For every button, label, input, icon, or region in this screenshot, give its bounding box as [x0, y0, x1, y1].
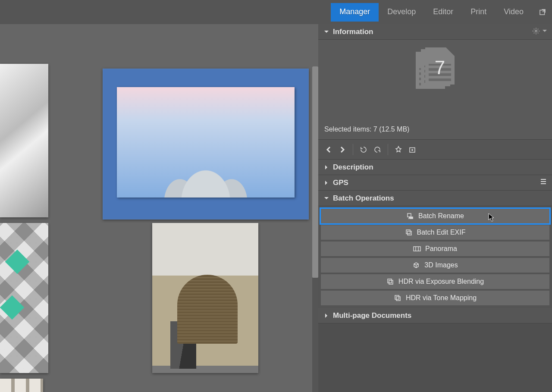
external-window-icon[interactable]: [538, 8, 547, 16]
rotate-ccw-icon[interactable]: [358, 144, 370, 156]
svg-point-12: [535, 30, 537, 32]
batch-edit-exif-button[interactable]: Batch Edit EXIF: [321, 225, 549, 240]
layers-icon: [394, 294, 401, 302]
tab-print[interactable]: Print: [462, 3, 495, 22]
prev-icon[interactable]: [323, 144, 335, 156]
section-batch-header[interactable]: Batch Operations: [318, 191, 552, 206]
exif-icon: [405, 229, 413, 236]
thumbnail-image: [117, 87, 295, 198]
chevron-right-icon: [324, 181, 329, 185]
batch-item-label: Batch Edit EXIF: [417, 229, 466, 236]
thumbnail-item[interactable]: [0, 223, 48, 373]
rename-icon: ABI: [406, 212, 414, 220]
svg-rect-18: [414, 247, 420, 251]
section-multipage-label: Multi-page Documents: [333, 311, 411, 320]
panorama-button[interactable]: Panorama: [321, 241, 549, 256]
section-description-header[interactable]: Description: [318, 160, 552, 175]
batch-operations-list: ABI Batch Rename Batch Edit EXIF Panoram…: [318, 206, 552, 308]
chevron-down-icon[interactable]: [543, 29, 547, 33]
thumbnail-item[interactable]: [0, 379, 43, 392]
batch-item-label: 3D Images: [424, 261, 458, 269]
hdr-exposure-button[interactable]: HDR via Exposure Blending: [321, 274, 549, 289]
panorama-icon: [413, 245, 421, 253]
section-information-label: Information: [333, 28, 373, 36]
chevron-down-icon: [324, 30, 329, 34]
batch-item-label: Batch Rename: [418, 212, 464, 220]
batch-item-label: HDR via Tone Mapping: [406, 294, 477, 302]
top-nav: Manager Develop Editor Print Video: [0, 0, 552, 24]
layers-icon: [386, 278, 394, 285]
scrollbar-vertical[interactable]: [312, 66, 318, 392]
cube-icon: [412, 261, 420, 269]
information-body: 7 Selected items: 7 (12.5 MB): [318, 40, 552, 140]
thumbnail-item[interactable]: [152, 223, 258, 373]
svg-rect-17: [408, 231, 411, 235]
scrollbar-thumb[interactable]: [312, 66, 318, 278]
section-description-label: Description: [333, 163, 373, 172]
gear-icon[interactable]: [532, 27, 540, 35]
thumbnail-item[interactable]: [0, 64, 48, 217]
svg-rect-22: [396, 297, 400, 301]
hdr-tonemapping-button[interactable]: HDR via Tone Mapping: [321, 291, 549, 305]
section-information-header[interactable]: Information: [318, 24, 552, 40]
section-multipage-header[interactable]: Multi-page Documents: [318, 308, 552, 323]
svg-rect-16: [406, 230, 410, 234]
thumbnail-item-selected[interactable]: [103, 69, 309, 220]
thumbnail-browser[interactable]: [0, 24, 318, 392]
right-panel: Information 7 Selected items: 7 (12.5 MB…: [318, 24, 552, 392]
menu-icon[interactable]: [540, 178, 547, 185]
chevron-down-icon: [324, 196, 329, 201]
section-batch-label: Batch Operations: [333, 194, 394, 203]
tab-editor[interactable]: Editor: [424, 3, 462, 22]
3d-images-button[interactable]: 3D Images: [321, 258, 549, 273]
tab-video[interactable]: Video: [495, 3, 532, 22]
chevron-right-icon: [324, 314, 329, 318]
section-gps-header[interactable]: GPS: [318, 175, 552, 191]
batch-item-label: Panorama: [425, 245, 457, 253]
svg-rect-21: [395, 295, 399, 299]
pin-icon[interactable]: [392, 144, 405, 156]
add-image-icon[interactable]: [406, 144, 418, 156]
section-gps-label: GPS: [333, 179, 348, 187]
tab-manager[interactable]: Manager: [331, 3, 379, 22]
rotate-cw-icon[interactable]: [371, 144, 383, 156]
svg-text:ABI: ABI: [409, 216, 413, 219]
batch-rename-button[interactable]: ABI Batch Rename: [321, 209, 549, 223]
tab-develop[interactable]: Develop: [379, 3, 424, 22]
batch-item-label: HDR via Exposure Blending: [398, 278, 484, 285]
chevron-right-icon: [324, 165, 329, 169]
next-icon[interactable]: [336, 144, 348, 156]
svg-rect-20: [389, 280, 393, 284]
svg-rect-19: [388, 279, 392, 283]
selection-summary: Selected items: 7 (12.5 MB): [324, 125, 409, 133]
selection-count: 7: [416, 57, 464, 78]
info-toolbar: [318, 140, 552, 160]
document-stack-icon: 7: [416, 47, 455, 91]
